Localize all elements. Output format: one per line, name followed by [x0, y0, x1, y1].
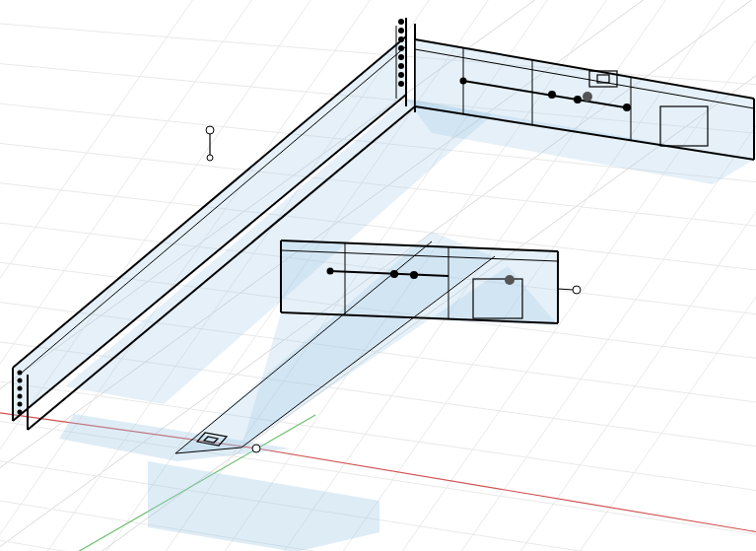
svg-point-59 — [18, 402, 23, 407]
svg-point-56 — [18, 379, 23, 383]
cad-viewport[interactable] — [0, 0, 756, 551]
svg-point-99 — [505, 275, 515, 285]
svg-marker-86 — [281, 241, 558, 323]
svg-point-97 — [390, 270, 398, 278]
svg-point-82 — [574, 96, 582, 103]
wall-break-marker-west — [206, 126, 214, 161]
svg-point-58 — [18, 394, 23, 399]
svg-point-101 — [573, 286, 581, 294]
svg-point-81 — [548, 91, 556, 99]
middle-wall — [281, 241, 581, 323]
svg-point-68 — [398, 81, 404, 87]
svg-point-85 — [460, 78, 467, 85]
svg-point-54 — [207, 155, 213, 161]
svg-point-57 — [18, 386, 23, 391]
svg-point-61 — [398, 19, 404, 25]
svg-point-102 — [252, 445, 260, 452]
svg-marker-36 — [148, 461, 379, 551]
svg-point-84 — [583, 92, 592, 102]
svg-point-60 — [18, 410, 23, 415]
svg-point-62 — [398, 28, 404, 34]
svg-point-66 — [398, 63, 404, 69]
svg-point-67 — [398, 72, 404, 78]
svg-point-65 — [398, 54, 404, 60]
svg-point-98 — [410, 271, 418, 279]
svg-point-55 — [18, 371, 23, 376]
svg-line-31 — [0, 0, 227, 551]
scene-svg — [0, 0, 756, 551]
svg-point-96 — [327, 268, 334, 275]
svg-point-64 — [398, 45, 404, 51]
svg-line-100 — [558, 289, 574, 290]
svg-point-63 — [398, 36, 404, 42]
svg-point-83 — [623, 103, 631, 111]
svg-point-52 — [206, 126, 214, 134]
